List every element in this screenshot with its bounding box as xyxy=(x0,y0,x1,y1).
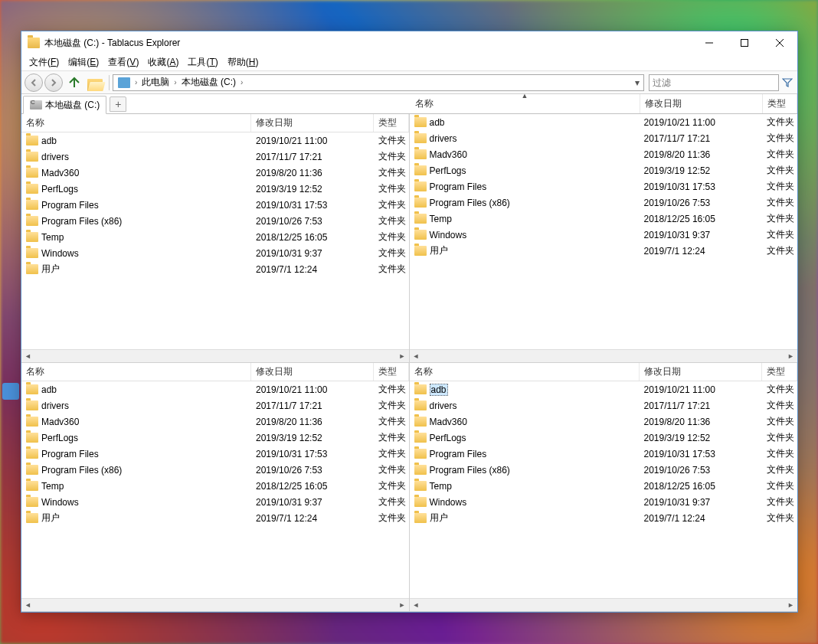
list-item[interactable]: Program Files (x86)2019/10/26 7:53文件夹 xyxy=(410,195,798,211)
address-bar[interactable]: › 此电脑 › 本地磁盘 (C:) › ▾ xyxy=(113,74,644,91)
folder-open-icon[interactable] xyxy=(86,74,106,91)
breadcrumb-pc[interactable]: 此电脑 xyxy=(139,76,172,89)
list-item[interactable]: Program Files2019/10/31 17:53文件夹 xyxy=(410,178,798,195)
close-button[interactable] xyxy=(762,31,797,54)
horizontal-scrollbar[interactable]: ◄► xyxy=(410,349,798,362)
maximize-button[interactable] xyxy=(727,31,762,54)
scroll-left-button[interactable]: ◄ xyxy=(21,599,34,611)
column-type[interactable]: 类型 xyxy=(762,363,798,381)
list-item[interactable]: 用户2019/7/1 12:24文件夹 xyxy=(410,243,798,259)
breadcrumb-drive[interactable]: 本地磁盘 (C:) xyxy=(178,76,239,89)
list-item[interactable]: Madv3602019/8/20 11:36文件夹 xyxy=(21,414,409,430)
list-item[interactable]: Madv3602019/8/20 11:36文件夹 xyxy=(410,414,798,430)
list-item[interactable]: drivers2017/11/7 17:21文件夹 xyxy=(21,149,409,165)
list-item[interactable]: Program Files (x86)2019/10/26 7:53文件夹 xyxy=(21,462,409,478)
column-name[interactable]: 名称 xyxy=(21,363,251,381)
item-type: 文件夹 xyxy=(374,214,409,227)
minimize-button[interactable] xyxy=(692,31,727,54)
horizontal-scrollbar[interactable]: ◄► xyxy=(410,598,798,611)
list-item[interactable]: Windows2019/10/31 9:37文件夹 xyxy=(21,245,409,261)
list-item[interactable]: Program Files2019/10/31 17:53文件夹 xyxy=(410,446,798,462)
list-item[interactable]: 用户2019/7/1 12:24文件夹 xyxy=(21,510,409,526)
scroll-right-button[interactable]: ► xyxy=(396,350,409,362)
address-dropdown[interactable]: ▾ xyxy=(631,77,643,88)
scroll-track[interactable] xyxy=(423,350,785,362)
list-item[interactable]: PerfLogs2019/3/19 12:52文件夹 xyxy=(410,430,798,446)
tab-drive-c[interactable]: 本地磁盘 (C:) xyxy=(23,96,106,114)
titlebar[interactable]: 本地磁盘 (C:) - Tablacus Explorer xyxy=(21,31,797,54)
folder-icon xyxy=(414,149,427,159)
list-item[interactable]: adb2019/10/21 11:00文件夹 xyxy=(410,381,798,397)
list-item[interactable]: Temp2018/12/25 16:05文件夹 xyxy=(21,229,409,245)
item-date: 2019/10/26 7:53 xyxy=(251,216,374,227)
app-window: 本地磁盘 (C:) - Tablacus Explorer 文件(F) 编辑(E… xyxy=(21,31,798,613)
chevron-right-icon[interactable]: › xyxy=(172,78,178,87)
list-item[interactable]: adb2019/10/21 11:00文件夹 xyxy=(21,381,409,397)
forward-button[interactable] xyxy=(44,74,63,92)
list-item[interactable]: Windows2019/10/31 9:37文件夹 xyxy=(410,227,798,243)
chevron-right-icon[interactable]: › xyxy=(133,78,139,87)
list-item[interactable]: Madv3602019/8/20 11:36文件夹 xyxy=(21,165,409,181)
back-button[interactable] xyxy=(25,74,43,92)
filter-icon[interactable] xyxy=(780,76,794,90)
list-item[interactable]: Program Files2019/10/31 17:53文件夹 xyxy=(21,197,409,213)
column-date[interactable]: 修改日期 xyxy=(640,363,762,381)
menu-view[interactable]: 查看(V) xyxy=(103,54,143,70)
list-item[interactable]: Program Files (x86)2019/10/26 7:53文件夹 xyxy=(21,213,409,229)
item-type: 文件夹 xyxy=(374,415,409,428)
column-type[interactable]: 类型 xyxy=(763,94,798,113)
column-type[interactable]: 类型 xyxy=(374,363,409,381)
scroll-left-button[interactable]: ◄ xyxy=(21,350,34,362)
horizontal-scrollbar[interactable]: ◄► xyxy=(21,598,409,611)
list-item[interactable]: PerfLogs2019/3/19 12:52文件夹 xyxy=(21,430,409,446)
list-item[interactable]: 用户2019/7/1 12:24文件夹 xyxy=(410,510,798,526)
scroll-right-button[interactable]: ► xyxy=(396,599,409,611)
new-tab-button[interactable]: + xyxy=(110,96,126,112)
item-name: PerfLogs xyxy=(41,184,78,195)
column-name[interactable]: 名称 xyxy=(21,114,251,132)
list-item[interactable]: Madv3602019/8/20 11:36文件夹 xyxy=(410,146,798,162)
scroll-left-button[interactable]: ◄ xyxy=(410,350,423,362)
column-date[interactable]: 修改日期 xyxy=(640,94,763,113)
list-item[interactable]: Temp2018/12/25 16:05文件夹 xyxy=(21,478,409,494)
list-item[interactable]: Program Files (x86)2019/10/26 7:53文件夹 xyxy=(410,462,798,478)
file-list[interactable]: adb2019/10/21 11:00文件夹drivers2017/11/7 1… xyxy=(410,114,798,349)
list-item[interactable]: Windows2019/10/31 9:37文件夹 xyxy=(410,494,798,510)
list-item[interactable]: adb2019/10/21 11:00文件夹 xyxy=(410,114,798,130)
column-name[interactable]: 名称▲ xyxy=(411,94,640,113)
list-item[interactable]: drivers2017/11/7 17:21文件夹 xyxy=(21,397,409,414)
scroll-right-button[interactable]: ► xyxy=(784,599,797,611)
list-item[interactable]: Temp2018/12/25 16:05文件夹 xyxy=(410,211,798,227)
list-item[interactable]: Program Files2019/10/31 17:53文件夹 xyxy=(21,446,409,462)
up-button[interactable] xyxy=(64,73,84,93)
menu-help[interactable]: 帮助(H) xyxy=(223,54,263,70)
list-item[interactable]: PerfLogs2019/3/19 12:52文件夹 xyxy=(410,162,798,178)
desktop-shortcut[interactable] xyxy=(0,383,21,400)
scroll-track[interactable] xyxy=(34,599,396,611)
filter-input[interactable] xyxy=(649,75,778,90)
list-item[interactable]: drivers2017/11/7 17:21文件夹 xyxy=(410,397,798,414)
list-item[interactable]: drivers2017/11/7 17:21文件夹 xyxy=(410,130,798,146)
list-item[interactable]: 用户2019/7/1 12:24文件夹 xyxy=(21,261,409,277)
list-item[interactable]: PerfLogs2019/3/19 12:52文件夹 xyxy=(21,181,409,197)
chevron-right-icon[interactable]: › xyxy=(239,78,244,87)
list-item[interactable]: adb2019/10/21 11:00文件夹 xyxy=(21,132,409,149)
list-item[interactable]: Temp2018/12/25 16:05文件夹 xyxy=(410,478,798,494)
file-list[interactable]: adb2019/10/21 11:00文件夹drivers2017/11/7 1… xyxy=(21,132,409,349)
column-name[interactable]: 名称 xyxy=(410,363,640,381)
file-list[interactable]: adb2019/10/21 11:00文件夹drivers2017/11/7 1… xyxy=(410,381,798,598)
column-date[interactable]: 修改日期 xyxy=(251,363,374,381)
file-list[interactable]: adb2019/10/21 11:00文件夹drivers2017/11/7 1… xyxy=(21,381,409,598)
horizontal-scrollbar[interactable]: ◄► xyxy=(21,349,409,362)
scroll-track[interactable] xyxy=(423,599,785,611)
scroll-right-button[interactable]: ► xyxy=(784,350,797,362)
column-date[interactable]: 修改日期 xyxy=(251,114,374,132)
list-item[interactable]: Windows2019/10/31 9:37文件夹 xyxy=(21,494,409,510)
scroll-track[interactable] xyxy=(34,350,396,362)
menu-edit[interactable]: 编辑(E) xyxy=(64,54,103,70)
scroll-left-button[interactable]: ◄ xyxy=(410,599,423,611)
menu-file[interactable]: 文件(F) xyxy=(25,54,64,70)
menu-tools[interactable]: 工具(T) xyxy=(183,54,222,70)
column-type[interactable]: 类型 xyxy=(374,114,409,132)
menu-favorites[interactable]: 收藏(A) xyxy=(143,54,183,70)
